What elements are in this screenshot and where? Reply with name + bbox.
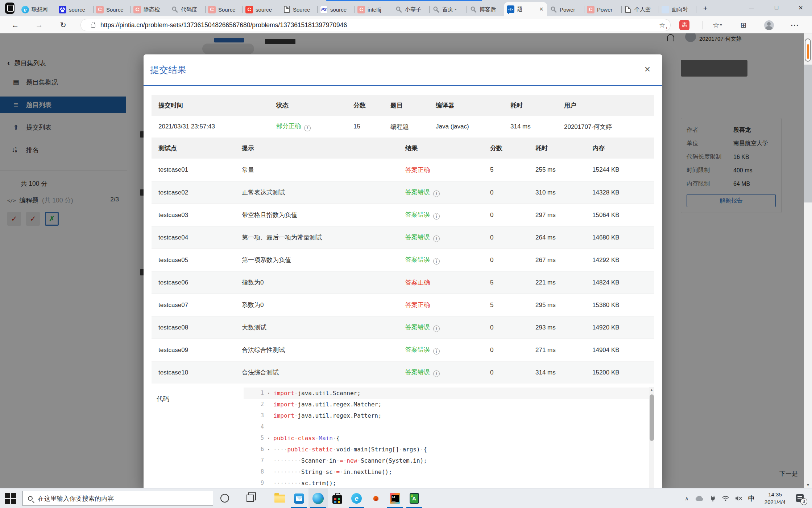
testcase-id: testcase09 [152, 347, 235, 354]
usb-device-icon[interactable] [710, 495, 716, 501]
window-maximize-button[interactable] [768, 0, 785, 15]
browser-tab[interactable]: PSsource [318, 3, 355, 16]
browser-tab[interactable]: C静态检 [131, 3, 168, 16]
taskbar-search-box[interactable]: 在这里输入你要搜索的内容 [22, 491, 213, 506]
notification-center-icon[interactable]: 3 [795, 493, 806, 504]
browser-tab[interactable]: CPower [584, 3, 622, 16]
browser-tab[interactable]: CSource [206, 3, 243, 16]
window-close-button[interactable] [792, 0, 809, 15]
add-favorite-icon[interactable] [659, 21, 665, 29]
taskbar-app-office[interactable] [366, 488, 385, 508]
pinned-app-icon[interactable] [5, 3, 14, 14]
browser-tab[interactable]: Source [280, 3, 318, 16]
browser-tab[interactable]: Power [547, 3, 584, 16]
new-tab-button[interactable] [700, 4, 710, 13]
browser-tab[interactable]: 面向对 [659, 3, 696, 16]
testcase-score: 5 [483, 302, 529, 309]
address-bar[interactable]: https://pintia.cn/problem-sets/137361504… [80, 19, 671, 31]
ime-indicator[interactable]: 中 [748, 494, 755, 503]
testcase-hint: 第一项系数为负值 [235, 256, 398, 264]
collections-icon[interactable] [737, 20, 750, 30]
onedrive-cloud-icon[interactable] [695, 496, 704, 501]
back-button[interactable] [9, 19, 21, 31]
line-number: 4 [244, 421, 264, 433]
testcase-memory: 15244 KB [585, 166, 654, 173]
code-scrollbar-thumb[interactable] [650, 394, 654, 441]
scroll-down-icon[interactable] [804, 483, 812, 487]
browser-tab[interactable]: 首页 - [430, 3, 467, 16]
scroll-up-icon[interactable] [649, 388, 654, 392]
cortana-button[interactable] [220, 494, 229, 503]
testcase-result: 答案错误i [398, 233, 483, 242]
c-site-red-favicon: C [245, 6, 253, 13]
info-icon[interactable]: i [433, 190, 440, 197]
taskbar-app-mail[interactable] [289, 488, 308, 508]
tab-title: Power [597, 7, 619, 13]
csdn-favicon [171, 6, 178, 13]
summary-header-cell: 状态 [269, 101, 347, 110]
summary-compiler: Java (javac) [429, 123, 504, 130]
info-icon[interactable]: i [433, 213, 440, 220]
taskbar-app-file-explorer[interactable] [270, 488, 289, 508]
browser-tab[interactable]: Csource [243, 3, 280, 16]
browser-tab[interactable]: 个人空 [622, 3, 659, 16]
info-icon[interactable]: i [433, 348, 440, 355]
code-viewer[interactable]: 1▾import·java.util.Scanner;2import·java.… [244, 385, 654, 488]
profile-avatar[interactable] [763, 20, 775, 30]
testcase-result: 答案错误i [398, 188, 483, 197]
code-line: 7········Scanner·in·=·new·Scanner(System… [244, 455, 654, 466]
code-scrollbar[interactable] [649, 387, 654, 488]
taskbar-app-intellij[interactable]: IJ [385, 488, 405, 508]
taskbar-app-store[interactable] [328, 488, 347, 508]
browser-tab[interactable]: 代码度 [168, 3, 206, 16]
tab-title: 面向对 [672, 6, 694, 13]
favorites-icon[interactable] [711, 20, 724, 30]
summary-header-cell: 提交时间 [152, 101, 269, 110]
fold-arrow-icon[interactable]: ▾ [264, 433, 273, 444]
testcase-result: 答案正确 [398, 278, 483, 287]
testcase-id: testcase04 [152, 234, 235, 241]
browser-tab[interactable]: Cintellij [355, 3, 392, 16]
taskbar-app-power-designer[interactable]: A3 [405, 488, 424, 508]
browser-tab[interactable]: e联想网 [19, 3, 56, 16]
more-menu-icon[interactable] [789, 20, 801, 30]
info-icon[interactable]: i [304, 125, 311, 131]
refresh-button[interactable] [57, 19, 69, 31]
testcase-hint: 大数测试 [235, 323, 398, 332]
task-view-button[interactable] [246, 495, 254, 502]
url-text[interactable]: https://pintia.cn/problem-sets/137361504… [100, 21, 656, 29]
start-button[interactable] [5, 493, 16, 504]
browser-tab-active[interactable]: </>题 [504, 2, 547, 16]
browser-tab[interactable]: 小亭子 [392, 3, 430, 16]
baidu-favicon [59, 6, 66, 13]
browser-tab[interactable]: source [56, 3, 94, 16]
fold-arrow-icon[interactable]: ▾ [264, 444, 273, 455]
extension-icon[interactable]: 惠 [679, 20, 689, 30]
taskbar-clock[interactable]: 14:352021/4/4 [761, 491, 789, 506]
modal-close-icon[interactable] [642, 64, 653, 75]
testcase-header-cell: 内存 [585, 144, 654, 152]
window-minimize-button[interactable] [743, 0, 760, 15]
tray-expand-icon[interactable] [685, 495, 689, 502]
page-scrollbar-thumb[interactable] [804, 65, 812, 202]
csdn-favicon [550, 6, 557, 13]
info-icon[interactable]: i [433, 325, 440, 332]
mail-icon [294, 493, 304, 504]
taskbar-app-lenovo-browser[interactable]: e [347, 488, 366, 508]
tab-close-icon[interactable] [538, 6, 544, 12]
info-icon[interactable]: i [433, 235, 440, 242]
fold-arrow-icon[interactable]: ▾ [264, 388, 273, 399]
info-icon[interactable]: i [433, 370, 440, 377]
browser-tab[interactable]: 博客后 [467, 3, 504, 16]
taskbar-app-edge[interactable] [308, 488, 328, 508]
forward-button[interactable] [33, 19, 45, 31]
volume-muted-icon[interactable] [735, 496, 742, 501]
info-icon[interactable]: i [433, 258, 440, 265]
network-icon[interactable] [722, 496, 729, 501]
tab-title: source [69, 7, 91, 13]
code-text: ········Scanner·in·=·new·Scanner(System.… [273, 455, 427, 466]
lenovo-browser-favicon: e [21, 6, 29, 13]
browser-tab[interactable]: CSource [94, 3, 131, 16]
page-scrollbar[interactable] [804, 33, 812, 488]
testcase-score: 0 [483, 189, 529, 196]
